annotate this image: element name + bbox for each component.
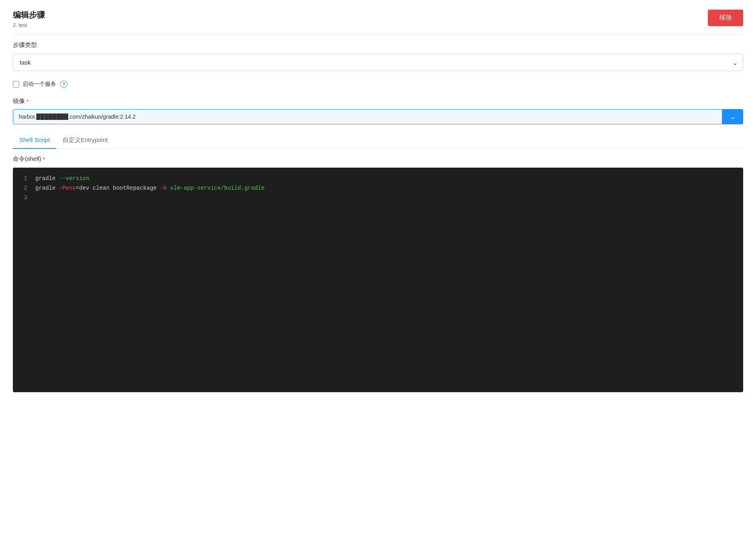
line-number-1: 1	[21, 174, 27, 184]
image-label-text: 镜像	[13, 97, 25, 105]
command-required-star: *	[43, 156, 45, 162]
image-input[interactable]	[13, 109, 722, 124]
service-checkbox-label: 启动一个服务	[22, 81, 56, 88]
code-text-version: --version	[59, 175, 89, 182]
help-icon[interactable]: ?	[60, 81, 67, 88]
image-required-star: *	[26, 98, 29, 105]
code-text-b-flag: -b	[160, 185, 167, 191]
step-type-select-wrapper: task ⌄	[13, 54, 743, 71]
line-number-3: 3	[21, 193, 27, 203]
code-text-build-path: xlm-app-service/build.gradle	[167, 185, 265, 191]
step-type-select[interactable]: task	[13, 54, 743, 71]
image-dropdown-button[interactable]: ⌄	[722, 109, 743, 124]
header-left: 编辑步骤 2. test	[13, 10, 45, 28]
remove-button[interactable]: 移除	[708, 10, 743, 26]
page-title: 编辑步骤	[13, 10, 45, 20]
chevron-down-icon: ⌄	[730, 112, 736, 121]
code-editor[interactable]: 1 gradle --version 2 gradle -Penv=dev cl…	[13, 168, 743, 392]
command-section: 命令(shell) * 1 gradle --version 2 gradle …	[13, 155, 743, 392]
code-line-1: 1 gradle --version	[21, 174, 735, 184]
code-content-2: gradle -Penv=dev clean bootRepackage -b …	[35, 184, 264, 193]
image-field-label: 镜像 *	[13, 97, 743, 105]
code-text-penv: -Penv	[59, 185, 76, 191]
code-line-3: 3	[21, 193, 735, 203]
tab-shell-script[interactable]: Shell Script	[13, 132, 56, 149]
code-text-gradle2: gradle	[35, 185, 59, 191]
image-input-wrapper: ⌄	[13, 109, 743, 124]
service-checkbox-row: 启动一个服务 ?	[13, 81, 743, 88]
code-content-1: gradle --version	[35, 174, 89, 184]
code-text-gradle1: gradle	[35, 175, 59, 182]
page-subtitle: 2. test	[13, 22, 45, 28]
divider-1	[13, 34, 743, 35]
line-number-2: 2	[21, 184, 27, 193]
code-content-3	[35, 193, 39, 203]
command-label: 命令(shell) *	[13, 155, 743, 163]
code-line-2: 2 gradle -Penv=dev clean bootRepackage -…	[21, 184, 735, 193]
page-container: 编辑步骤 2. test 移除 步骤类型 task ⌄ 启动一个服务 ? 镜像 …	[0, 0, 756, 547]
tabs-row: Shell Script 自定义Entrypoint	[13, 132, 743, 149]
service-checkbox[interactable]	[13, 81, 19, 87]
code-text-env-val: =dev clean bootRepackage	[76, 185, 160, 191]
step-type-label: 步骤类型	[13, 41, 743, 49]
header-section: 编辑步骤 2. test 移除	[13, 10, 743, 28]
step-type-section: 步骤类型 task ⌄	[13, 41, 743, 71]
command-label-text: 命令(shell)	[13, 155, 41, 163]
image-section: 镜像 * ⌄	[13, 97, 743, 124]
tab-custom-entrypoint[interactable]: 自定义Entrypoint	[56, 132, 114, 149]
